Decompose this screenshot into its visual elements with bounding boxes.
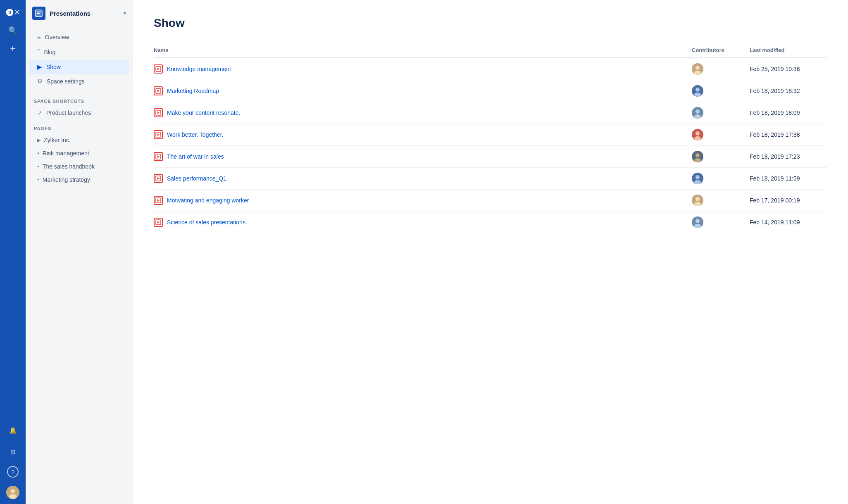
help-nav-icon[interactable]: ? bbox=[7, 466, 19, 478]
file-link[interactable]: Marketing Roadmap bbox=[167, 88, 219, 94]
svg-point-34 bbox=[696, 175, 700, 179]
file-cell: Knowledge management bbox=[154, 64, 682, 74]
zylker-chevron-icon: ▶ bbox=[37, 138, 40, 143]
pages-section-label: PAGES bbox=[26, 119, 133, 133]
notify-nav-icon[interactable]: 🔔 bbox=[5, 423, 20, 438]
table-row: Make your content resonate. Feb 18, 2019… bbox=[154, 102, 827, 124]
show-icon: ▶ bbox=[37, 63, 42, 71]
svg-point-30 bbox=[694, 158, 701, 162]
sidebar-item-blog[interactable]: " Blog bbox=[29, 44, 129, 59]
sidebar-item-show-label: Show bbox=[46, 64, 61, 70]
sidebar-page-marketing-strategy[interactable]: ● Marketing strategy bbox=[29, 174, 129, 186]
svg-marker-42 bbox=[157, 221, 160, 223]
shortcuts-section-label: SPACE SHORTCUTS bbox=[26, 92, 133, 106]
space-icon bbox=[32, 7, 45, 20]
presentation-icon bbox=[154, 196, 163, 205]
file-link[interactable]: Motivating and engaging worker bbox=[167, 197, 249, 204]
svg-point-45 bbox=[694, 224, 701, 228]
shortcut-product-launches-label: Product launches bbox=[46, 109, 91, 116]
last-modified-date: Feb 18, 2019 17:38 bbox=[745, 124, 827, 146]
svg-point-19 bbox=[696, 109, 700, 114]
user-avatar[interactable] bbox=[6, 486, 19, 499]
file-link[interactable]: Work better. Together. bbox=[167, 131, 223, 138]
sidebar-navigation: ≡ Overview " Blog ▶ Show ⚙ Space setting… bbox=[26, 26, 133, 92]
sidebar-header: Presentations ▾ bbox=[26, 0, 133, 26]
page-handbook-label: The sales handbook bbox=[43, 163, 95, 170]
file-cell: Science of sales presentations. bbox=[154, 218, 682, 227]
sidebar-item-settings-label: Space settings bbox=[47, 78, 85, 85]
sidebar-page-sales-handbook[interactable]: ● The sales handbook bbox=[29, 160, 129, 173]
file-cell: Make your content resonate. bbox=[154, 108, 682, 117]
contributor-avatar bbox=[692, 129, 703, 140]
svg-marker-7 bbox=[157, 68, 160, 70]
table-row: Marketing Roadmap Feb 18, 2019 18:32 bbox=[154, 80, 827, 102]
content-table: Name Contributors Last modified Knowledg… bbox=[154, 43, 827, 233]
file-link[interactable]: Make your content resonate. bbox=[167, 109, 240, 116]
contributor-avatar bbox=[692, 151, 703, 162]
file-link[interactable]: The art of war in sales bbox=[167, 153, 224, 160]
presentation-icon bbox=[154, 108, 163, 117]
presentation-icon bbox=[154, 218, 163, 227]
table-header-row: Name Contributors Last modified bbox=[154, 43, 827, 58]
svg-point-35 bbox=[694, 180, 701, 184]
svg-marker-22 bbox=[157, 133, 160, 136]
svg-point-9 bbox=[696, 66, 700, 70]
file-link[interactable]: Science of sales presentations. bbox=[167, 219, 247, 226]
file-cell: Motivating and engaging worker bbox=[154, 196, 682, 205]
table-row: Work better. Together. Feb 18, 2019 17:3… bbox=[154, 124, 827, 146]
space-name: Presentations bbox=[50, 10, 119, 17]
sidebar-page-zylker[interactable]: ▶ Zylker Inc. bbox=[29, 134, 129, 146]
file-cell: The art of war in sales bbox=[154, 152, 682, 161]
page-zylker-label: Zylker Inc. bbox=[44, 137, 71, 143]
table-row: Science of sales presentations. Feb 14, … bbox=[154, 212, 827, 233]
add-nav-icon[interactable]: + bbox=[5, 41, 20, 56]
space-chevron-icon[interactable]: ▾ bbox=[124, 10, 126, 16]
svg-marker-32 bbox=[157, 177, 160, 180]
svg-point-40 bbox=[694, 202, 701, 206]
svg-point-25 bbox=[694, 136, 701, 140]
handbook-bullet-icon: ● bbox=[37, 165, 39, 168]
presentation-icon bbox=[154, 64, 163, 74]
svg-point-14 bbox=[696, 88, 700, 92]
last-modified-date: Feb 18, 2019 17:23 bbox=[745, 146, 827, 168]
page-title: Show bbox=[154, 17, 827, 30]
svg-point-15 bbox=[694, 93, 701, 97]
svg-rect-4 bbox=[37, 12, 41, 12]
sidebar-item-overview[interactable]: ≡ Overview bbox=[29, 30, 129, 44]
svg-marker-37 bbox=[157, 199, 160, 202]
svg-point-10 bbox=[694, 71, 701, 75]
table-row: Motivating and engaging worker Feb 17, 2… bbox=[154, 190, 827, 212]
last-modified-date: Feb 18, 2019 11:59 bbox=[745, 168, 827, 190]
svg-point-39 bbox=[696, 197, 700, 201]
settings-icon: ⚙ bbox=[37, 78, 43, 85]
blog-icon: " bbox=[37, 48, 40, 56]
presentation-icon bbox=[154, 86, 163, 95]
main-content: Show Name Contributors Last modified bbox=[133, 0, 848, 504]
contributor-avatar bbox=[692, 173, 703, 184]
sidebar-item-show[interactable]: ▶ Show bbox=[29, 60, 129, 74]
svg-point-44 bbox=[696, 219, 700, 223]
logo-icon[interactable]: ✕ bbox=[5, 5, 20, 20]
file-cell: Marketing Roadmap bbox=[154, 86, 682, 95]
contributor-avatar bbox=[692, 63, 703, 75]
search-nav-icon[interactable]: 🔍 bbox=[5, 23, 20, 38]
sidebar-item-overview-label: Overview bbox=[45, 34, 69, 40]
svg-point-1 bbox=[11, 489, 15, 493]
sidebar-item-space-settings[interactable]: ⚙ Space settings bbox=[29, 74, 129, 88]
svg-rect-5 bbox=[37, 13, 40, 14]
file-cell: Work better. Together. bbox=[154, 130, 682, 139]
contributor-avatar bbox=[692, 195, 703, 206]
sidebar-shortcut-product-launches[interactable]: ↗ Product launches bbox=[29, 107, 129, 119]
strategy-bullet-icon: ● bbox=[37, 178, 39, 181]
presentation-icon bbox=[154, 174, 163, 183]
apps-nav-icon[interactable]: ⊞ bbox=[5, 445, 20, 459]
file-link[interactable]: Knowledge management bbox=[167, 66, 231, 72]
svg-point-29 bbox=[696, 153, 700, 157]
sidebar-page-risk[interactable]: ● Risk management bbox=[29, 147, 129, 159]
file-link[interactable]: Sales performance_Q1 bbox=[167, 175, 226, 182]
svg-marker-17 bbox=[157, 112, 160, 114]
svg-point-2 bbox=[9, 494, 17, 499]
page-risk-label: Risk management bbox=[43, 150, 89, 157]
table-row: Knowledge management Feb 25, 2019 10:36 bbox=[154, 58, 827, 80]
external-link-icon: ↗ bbox=[37, 109, 42, 116]
